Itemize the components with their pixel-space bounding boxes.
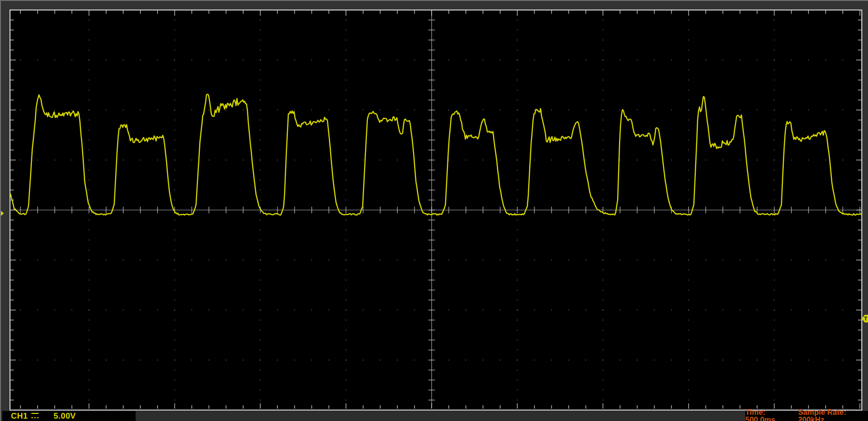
- channel-1-chip[interactable]: CH1 5.00V: [2, 411, 136, 421]
- trigger-level-marker-icon[interactable]: T: [862, 315, 868, 322]
- scope-overlay: T: [0, 0, 868, 421]
- waveform-trace: [10, 94, 861, 215]
- channel-position-marker-icon[interactable]: [0, 210, 4, 217]
- status-bar: CH1 5.00V Time: 500.0ms Sample Rate: 200…: [0, 411, 868, 421]
- timebase-chip: Time: 500.0ms Sample Rate: 200kHz: [745, 411, 868, 421]
- volts-per-div-label: 5.00V: [54, 412, 76, 420]
- svg-text:T: T: [864, 316, 868, 321]
- sample-rate-label: Sample Rate: 200kHz: [798, 409, 861, 421]
- channel-name-label: CH1: [11, 412, 28, 420]
- dc-coupling-icon: [31, 413, 39, 418]
- oscilloscope-window: T CH1 5.00V Time: 500.0ms Sample Rate: 2…: [0, 0, 868, 421]
- timebase-label: Time: 500.0ms: [745, 409, 789, 421]
- graticule: [10, 10, 861, 409]
